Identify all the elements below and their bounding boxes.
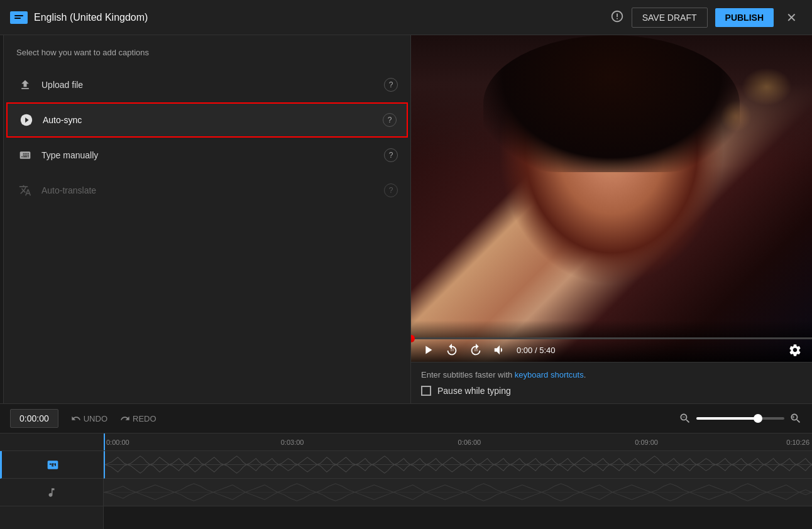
audio-track-label[interactable] — [0, 479, 103, 506]
svg-point-5 — [22, 123, 25, 125]
caption-track-label[interactable] — [0, 451, 103, 479]
svg-rect-0 — [13, 13, 25, 21]
ruler-mark-4: 0:10:26 — [786, 439, 809, 446]
left-panel: Select how you want to add captions Uplo… — [4, 35, 411, 403]
ruler-mark-0: 0:00:00 — [106, 439, 129, 446]
auto-translate-help-icon[interactable]: ? — [384, 183, 398, 197]
audio-waveform — [104, 479, 812, 506]
close-button[interactable]: ✕ — [781, 8, 802, 28]
redo-button[interactable]: REDO — [115, 411, 162, 426]
pause-typing-row: Pause while typing — [421, 386, 802, 396]
pause-typing-label: Pause while typing — [437, 386, 511, 396]
total-time: 5:40 — [539, 346, 555, 355]
zoom-out-button[interactable] — [679, 412, 691, 425]
time-display: 0:00 / 5:40 — [517, 346, 555, 355]
panel-subtitle: Select how you want to add captions — [4, 48, 410, 67]
zoom-in-button[interactable] — [789, 412, 802, 425]
page-title: English (United Kingdom) — [34, 12, 148, 23]
header-right: SAVE DRAFT PUBLISH ✕ — [610, 8, 802, 28]
svg-text:10: 10 — [474, 348, 478, 352]
hint-text-before: Enter subtitles faster with — [421, 370, 515, 379]
option-upload[interactable]: Upload file ? — [4, 67, 410, 102]
upload-icon — [16, 76, 34, 94]
svg-point-3 — [22, 116, 25, 118]
type-manually-help-icon[interactable]: ? — [384, 148, 398, 162]
auto-sync-icon — [18, 111, 35, 129]
ruler-mark-1: 0:03:00 — [281, 439, 304, 446]
play-button[interactable] — [419, 342, 437, 358]
undo-label: UNDO — [84, 414, 107, 423]
hint-text-after: . — [584, 370, 586, 379]
svg-text:10: 10 — [450, 348, 454, 352]
caption-icon — [10, 11, 28, 24]
option-auto-translate-label: Auto-translate — [41, 185, 384, 195]
pause-typing-checkbox[interactable] — [421, 386, 431, 396]
redo-label: REDO — [133, 414, 156, 423]
publish-button[interactable]: PUBLISH — [715, 8, 774, 27]
current-time: 0:00 — [517, 346, 532, 355]
option-upload-label: Upload file — [41, 80, 384, 90]
auto-sync-help-icon[interactable]: ? — [383, 113, 397, 127]
header: English (United Kingdom) SAVE DRAFT PUBL… — [0, 0, 812, 35]
warning-button[interactable] — [610, 9, 624, 25]
controls-row: 10 10 0:00 / 5: — [419, 342, 804, 358]
svg-point-4 — [29, 116, 31, 118]
volume-button[interactable] — [490, 342, 509, 358]
save-draft-button[interactable]: SAVE DRAFT — [632, 8, 708, 28]
time-counter: 0:00:00 — [10, 409, 58, 428]
settings-button[interactable] — [786, 342, 804, 358]
option-auto-sync-label: Auto-sync — [43, 115, 383, 125]
translate-icon — [16, 182, 34, 199]
audio-track-content[interactable] — [104, 479, 812, 506]
option-type-manually-label: Type manually — [41, 150, 384, 160]
option-auto-translate[interactable]: Auto-translate ? — [4, 173, 410, 208]
svg-rect-1 — [14, 15, 23, 16]
right-panel: 10 10 0:00 / 5: — [411, 35, 812, 403]
svg-point-6 — [29, 123, 31, 125]
header-left: English (United Kingdom) — [10, 11, 610, 24]
ruler-mark-3: 0:09:00 — [635, 439, 658, 446]
zoom-controls — [679, 412, 802, 425]
keyboard-icon — [16, 146, 34, 164]
timeline-section: 0:00:00 UNDO REDO — [0, 403, 812, 529]
zoom-slider[interactable] — [696, 417, 784, 420]
caption-waveform — [105, 451, 812, 478]
undo-button[interactable]: UNDO — [66, 411, 112, 426]
subtitle-hint: Enter subtitles faster with keyboard sho… — [421, 370, 802, 379]
rewind-10-button[interactable]: 10 — [442, 342, 461, 358]
option-type-manually[interactable]: Type manually ? — [4, 138, 410, 173]
video-controls: 10 10 0:00 / 5: — [411, 337, 812, 362]
video-container: 10 10 0:00 / 5: — [411, 35, 812, 362]
forward-10-button[interactable]: 10 — [466, 342, 485, 358]
timeline-toolbar: 0:00:00 UNDO REDO — [0, 404, 812, 434]
svg-rect-2 — [14, 18, 21, 19]
option-auto-sync[interactable]: Auto-sync ? — [6, 102, 408, 138]
main-content: Select how you want to add captions Uplo… — [0, 35, 812, 403]
below-video: Enter subtitles faster with keyboard sho… — [411, 362, 812, 403]
ruler-mark-2: 0:06:00 — [458, 439, 481, 446]
keyboard-shortcuts-link[interactable]: keyboard shortcuts — [515, 370, 584, 379]
undo-redo: UNDO REDO — [66, 411, 162, 426]
caption-track-content[interactable] — [104, 451, 812, 479]
upload-help-icon[interactable]: ? — [384, 78, 398, 92]
